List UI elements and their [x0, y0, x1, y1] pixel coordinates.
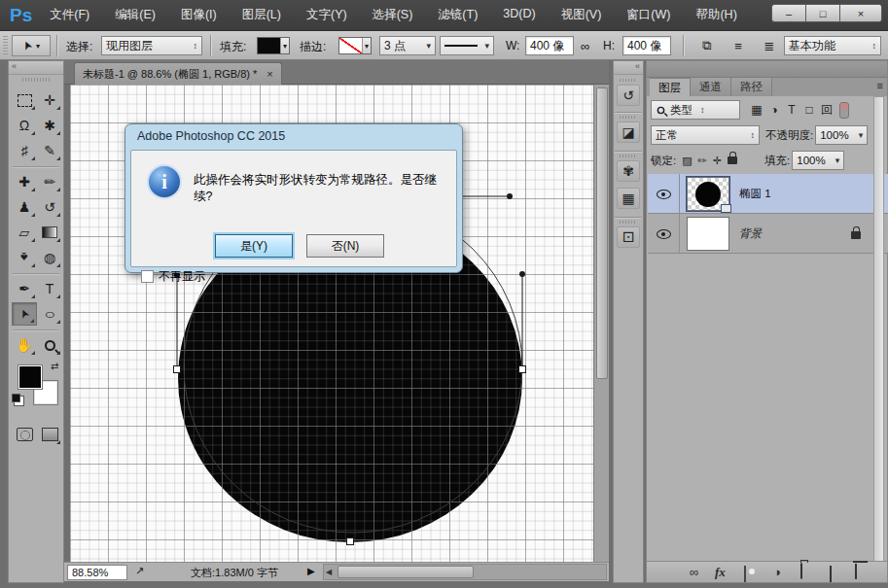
link-dimensions-icon[interactable]: ∞	[581, 39, 589, 53]
lock-all-icon[interactable]	[728, 156, 737, 164]
fill-swatch[interactable]: ▾	[257, 37, 290, 54]
tool-move[interactable]: ✛	[37, 88, 62, 112]
screen-mode-button[interactable]	[37, 423, 62, 446]
menu-select[interactable]: 选择(S)	[373, 7, 413, 23]
shape-width-input[interactable]: 400 像	[525, 36, 574, 55]
layer-row-background[interactable]: 背景	[648, 214, 888, 254]
vertical-scrollbar-thumb[interactable]	[596, 87, 608, 379]
handle-point[interactable]	[507, 193, 513, 199]
history-panel-button[interactable]: ↺	[617, 85, 640, 106]
no-button[interactable]: 否(N)	[306, 234, 384, 258]
export-icon[interactable]: ↗	[135, 565, 144, 577]
menu-view[interactable]: 视图(V)	[561, 7, 602, 23]
minimize-button[interactable]: –	[771, 4, 805, 22]
link-layers-icon[interactable]: ∞	[690, 565, 698, 579]
layer-thumbnail[interactable]	[687, 177, 729, 211]
visibility-toggle[interactable]	[648, 214, 680, 254]
tool-path-selection[interactable]: ➤	[12, 302, 37, 326]
filter-smart-objects-button[interactable]: 回	[818, 102, 835, 119]
scroll-left-icon[interactable]: ◀	[326, 568, 332, 576]
menu-file[interactable]: 文件(F)	[50, 7, 89, 23]
filter-pixel-layers-button[interactable]: ▦	[748, 103, 765, 117]
menu-help[interactable]: 帮助(H)	[695, 7, 736, 23]
anchor-point-bottom[interactable]	[347, 538, 354, 545]
menu-window[interactable]: 窗口(W)	[626, 7, 670, 23]
document-tab[interactable]: 未标题-1 @ 88.6% (椭圆 1, RGB/8) * ×	[74, 62, 282, 85]
layer-style-icon[interactable]: fx	[715, 565, 726, 580]
shape-height-input[interactable]: 400 像	[622, 36, 671, 55]
tool-healing-brush[interactable]: ✚	[12, 170, 37, 193]
horizontal-scrollbar[interactable]: ◀	[323, 564, 607, 580]
menu-filter[interactable]: 滤镜(T)	[438, 7, 478, 23]
panel-menu-icon[interactable]: ≡	[877, 80, 883, 91]
filter-shape-layers-button[interactable]: □	[800, 103, 818, 117]
stroke-swatch[interactable]: ▾	[338, 37, 372, 54]
collapse-icon[interactable]: «	[635, 61, 640, 71]
tool-type[interactable]: T	[37, 277, 62, 300]
menu-image[interactable]: 图像(I)	[181, 7, 217, 23]
tool-brush[interactable]: ✏	[37, 170, 62, 193]
menu-layer[interactable]: 图层(L)	[242, 7, 281, 23]
adjustment-layer-icon[interactable]: ◑	[773, 565, 781, 579]
tool-eraser[interactable]: ▱	[12, 221, 37, 244]
swap-colors-icon[interactable]: ⇄	[51, 361, 58, 371]
zoom-level-input[interactable]: 88.58%	[67, 565, 127, 580]
swatches-panel-button[interactable]: ▦	[617, 188, 640, 209]
yes-button[interactable]: 是(Y)	[215, 234, 293, 258]
menu-3d[interactable]: 3D(D)	[503, 7, 535, 23]
handle-point[interactable]	[519, 271, 525, 277]
filter-type-layers-button[interactable]: T	[783, 103, 800, 117]
color-panel-button[interactable]: ✾	[617, 160, 640, 182]
panel-scrollbar[interactable]	[873, 96, 884, 563]
maximize-button[interactable]: □	[805, 4, 839, 22]
dont-show-checkbox[interactable]	[141, 270, 154, 283]
add-mask-icon[interactable]	[744, 567, 746, 581]
filter-toggle[interactable]	[839, 102, 849, 119]
new-layer-icon[interactable]	[830, 567, 832, 581]
tool-pen[interactable]: ✒	[12, 277, 37, 300]
layer-name[interactable]: 背景	[739, 226, 762, 241]
quick-mask-button[interactable]	[12, 423, 37, 446]
vertical-scrollbar[interactable]	[593, 85, 609, 562]
layer-row-ellipse[interactable]: 椭圆 1	[648, 174, 888, 214]
filter-adjustment-layers-button[interactable]: ◑	[765, 103, 783, 117]
menu-edit[interactable]: 编辑(E)	[115, 7, 156, 23]
status-expand-icon[interactable]: ▶	[307, 566, 315, 576]
layer-thumbnail[interactable]	[687, 217, 729, 251]
tool-dodge[interactable]: ◍	[37, 246, 62, 269]
opacity-input[interactable]: 100%▾	[815, 125, 868, 145]
layer-name[interactable]: 椭圆 1	[739, 187, 771, 201]
tool-magic-wand[interactable]: ✱	[37, 114, 62, 137]
horizontal-scrollbar-thumb[interactable]	[337, 566, 474, 578]
path-arrangement-button[interactable]: ≣	[757, 36, 782, 55]
collapse-icon[interactable]: «	[12, 61, 17, 71]
path-operations-button[interactable]: ⧉	[694, 36, 720, 55]
lock-position-icon[interactable]: ✛	[713, 155, 722, 167]
menu-type[interactable]: 文字(Y)	[306, 7, 347, 23]
select-mode-dropdown[interactable]: 现用图层↕	[101, 36, 202, 55]
visibility-toggle[interactable]	[648, 174, 680, 214]
tool-lasso[interactable]: Ω	[12, 114, 37, 137]
tool-gradient[interactable]	[37, 221, 62, 244]
foreground-color-swatch[interactable]	[18, 364, 43, 390]
anchor-point-right[interactable]	[519, 366, 526, 373]
workspace-switcher[interactable]: 基本功能↕	[784, 36, 881, 55]
path-alignment-button[interactable]: ≡	[726, 36, 751, 55]
libraries-panel-button[interactable]: ⚀	[617, 226, 640, 248]
tool-blur[interactable]: ♠	[12, 246, 37, 269]
tool-clone-stamp[interactable]: ♟	[12, 195, 37, 219]
tool-history-brush[interactable]: ↺	[37, 195, 62, 219]
tool-eyedropper[interactable]: ✎	[37, 139, 62, 162]
lock-transparency-icon[interactable]: ▨	[682, 155, 692, 167]
tool-ellipse-shape[interactable]: ○	[37, 302, 62, 326]
anchor-point-left[interactable]	[174, 366, 181, 373]
fill-opacity-input[interactable]: 100%▾	[792, 151, 844, 170]
tool-preset-button[interactable]: ➤▾	[12, 35, 51, 56]
filter-kind-dropdown[interactable]: 类型↕	[651, 100, 740, 120]
tab-close-icon[interactable]: ×	[266, 68, 272, 80]
properties-panel-button[interactable]: ◪	[617, 121, 640, 143]
tab-paths[interactable]: 路径	[731, 78, 772, 96]
blend-mode-dropdown[interactable]: 正常↕	[651, 125, 760, 145]
stroke-width-combo[interactable]: 3 点▾	[379, 36, 436, 55]
tool-hand[interactable]: ✋	[12, 333, 37, 357]
